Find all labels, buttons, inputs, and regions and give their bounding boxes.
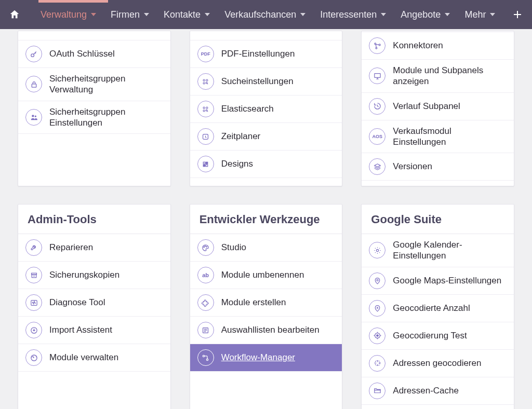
row-pdf-einstellungen[interactable]: PDF PDF-Einstellungen (190, 40, 342, 68)
svg-point-17 (375, 43, 376, 44)
row-label: Konnektoren (393, 40, 443, 51)
nav-item-mehr[interactable]: Mehr (457, 0, 502, 29)
squares-icon (197, 156, 214, 172)
svg-point-7 (206, 82, 207, 84)
row-geocodierte-anzahl[interactable]: Geocodierte Anzahl (362, 295, 514, 322)
row-auswahllisten-bearbeiten[interactable]: Auswahllisten bearbeiten (190, 317, 342, 344)
nav-label: Firmen (111, 9, 140, 20)
row-google-maps-einstellungen[interactable]: Google Maps-Einstellungen (362, 267, 514, 295)
svg-rect-13 (203, 162, 205, 164)
connector-icon (369, 37, 385, 54)
nav-item-verwaltung[interactable]: Verwaltung (33, 0, 103, 29)
nav-item-angebote[interactable]: Angebote (393, 0, 457, 29)
card-title: Google Suite (362, 204, 514, 234)
row-module-umbenennen[interactable]: ab Module umbenennen (190, 262, 342, 289)
svg-rect-1 (32, 84, 36, 87)
nav-label: Kontakte (164, 9, 201, 20)
row-workflow-manager[interactable]: Workflow-Manager (190, 344, 342, 372)
row-adressen-cache[interactable]: Adressen-Cache (362, 377, 514, 405)
row-designs[interactable]: Designs (190, 151, 342, 178)
svg-point-19 (376, 47, 377, 49)
map-pin-icon (369, 272, 385, 289)
row-verlauf-subpanel[interactable]: Verlauf Subpanel (362, 93, 514, 120)
svg-rect-20 (375, 73, 380, 77)
svg-point-8 (203, 107, 205, 108)
row-import-assistent[interactable]: Import Assistent (18, 317, 170, 344)
card-title: Entwickler Werkzeuge (190, 204, 342, 234)
puzzle-icon (197, 294, 214, 311)
pdf-icon: PDF (197, 46, 214, 62)
row-label: Adressen-Cache (393, 385, 459, 396)
nav-item-interessenten[interactable]: Interessenten (313, 0, 393, 29)
row-label: Module verwalten (49, 352, 118, 363)
row-label: Module erstellen (221, 297, 286, 308)
row-module-erstellen[interactable]: Module erstellen (190, 289, 342, 317)
row-label: Elasticsearch (221, 103, 274, 114)
svg-point-26 (204, 247, 204, 247)
row-partial-top[interactable] (18, 31, 170, 40)
row-diagnose-tool[interactable]: Diagnose Tool (18, 289, 170, 317)
card-admin-tools: Admin-Tools Reparieren Sicherungskopien … (18, 204, 171, 409)
row-verkaufsmodul-einstellungen[interactable]: AOS Verkaufsmodul Einstellungen (362, 120, 514, 154)
row-partial-top[interactable] (190, 31, 342, 40)
gear-icon (369, 242, 385, 258)
row-sicherheitsgruppen-verwaltung[interactable]: Sicherheitsgruppen Verwaltung (18, 68, 170, 101)
row-oauth-schluessel[interactable]: OAuth Schlüssel (18, 40, 170, 68)
row-konnektoren[interactable]: Konnektoren (362, 32, 514, 60)
archive-icon (25, 267, 42, 283)
svg-point-2 (32, 115, 34, 117)
row-sicherheitsgruppen-einstellungen[interactable]: Sicherheitsgruppen Einstellungen (18, 101, 170, 134)
chevron-down-icon (144, 13, 149, 16)
row-label: Sicherheitsgruppen Verwaltung (49, 73, 163, 96)
row-label: Google Maps-Einstellungen (393, 275, 501, 286)
card-google-suite: Google Suite Google Kalender-Einstellung… (361, 204, 514, 409)
plus-icon[interactable] (508, 5, 527, 24)
admin-grid: OAuth Schlüssel Sicherheitsgruppen Verwa… (0, 31, 532, 409)
nav-label: Mehr (464, 9, 486, 20)
row-reparieren[interactable]: Reparieren (18, 234, 170, 262)
workflow-icon (197, 349, 214, 366)
list-icon (197, 322, 214, 338)
row-studio[interactable]: Studio (190, 234, 342, 262)
row-label: Sicherungskopien (49, 269, 119, 280)
svg-point-33 (377, 279, 378, 281)
row-zeitplaner[interactable]: Zeitplaner (190, 123, 342, 151)
row-label: Auswahllisten bearbeiten (221, 324, 320, 335)
row-google-kalender-einstellungen[interactable]: Google Kalender-Einstellungen (362, 234, 514, 267)
row-sicherungskopien[interactable]: Sicherungskopien (18, 262, 170, 289)
home-icon[interactable] (5, 5, 24, 24)
svg-point-35 (377, 335, 379, 337)
chevron-down-icon (205, 13, 210, 16)
row-module-und-subpanels-anzeigen[interactable]: Module und Subpanels anzeigen (362, 60, 514, 93)
pulse-icon (25, 294, 42, 311)
row-label: Designs (221, 158, 253, 169)
chevron-down-icon (490, 13, 495, 16)
nav-item-verkaufschancen[interactable]: Verkaufschancen (217, 0, 313, 29)
svg-point-30 (203, 355, 204, 357)
history-icon (369, 98, 385, 115)
svg-point-3 (34, 116, 36, 117)
card-title: Admin-Tools (18, 204, 170, 234)
svg-point-31 (207, 359, 208, 360)
top-nav: Verwaltung Firmen Kontakte Verkaufschanc… (0, 0, 532, 29)
card-entwickler-werkzeuge: Entwickler Werkzeuge Studio ab Module um… (190, 204, 343, 409)
nav-item-firmen[interactable]: Firmen (103, 0, 156, 29)
row-label: Verlauf Subpanel (393, 101, 460, 112)
row-label: Versionen (393, 161, 432, 172)
layers-icon (369, 158, 385, 175)
svg-point-11 (206, 110, 207, 111)
svg-point-32 (376, 249, 378, 251)
row-versionen[interactable]: Versionen (362, 153, 514, 181)
row-sucheinstellungen[interactable]: Sucheinstellungen (190, 68, 342, 96)
row-label: Diagnose Tool (49, 297, 105, 308)
row-elasticsearch[interactable]: Elasticsearch (190, 96, 342, 123)
key-icon (25, 46, 42, 62)
search-grid-icon (197, 73, 214, 90)
chevron-down-icon (445, 13, 450, 16)
nav-label: Angebote (401, 9, 441, 20)
row-adressen-geocodieren[interactable]: Adressen geocodieren (362, 350, 514, 377)
row-geocodierung-test[interactable]: Geocodierung Test (362, 322, 514, 350)
nav-item-kontakte[interactable]: Kontakte (156, 0, 217, 29)
svg-point-27 (205, 246, 205, 246)
row-module-verwalten[interactable]: Module verwalten (18, 344, 170, 372)
